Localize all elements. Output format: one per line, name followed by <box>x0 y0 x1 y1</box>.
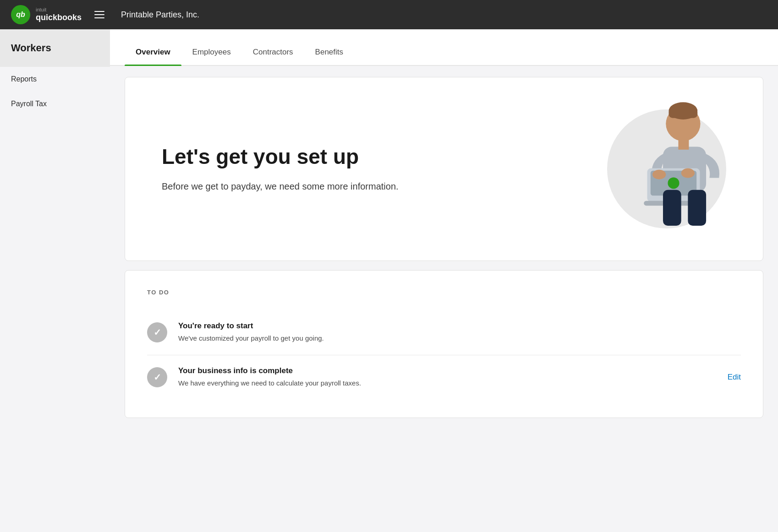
checkmark-icon: ✓ <box>153 327 161 338</box>
sidebar: Workers Reports Payroll Tax <box>0 29 110 532</box>
hamburger-menu-button[interactable] <box>93 9 106 20</box>
svg-point-9 <box>652 170 666 179</box>
svg-point-10 <box>681 168 695 178</box>
person-illustration <box>621 99 726 233</box>
check-circle-business: ✓ <box>147 367 167 387</box>
tab-contractors[interactable]: Contractors <box>242 48 304 65</box>
company-name: Printable Parties, Inc. <box>121 10 199 20</box>
hero-card: Let's get you set up Before we get to pa… <box>125 77 763 261</box>
intuit-label: intuit <box>36 7 82 13</box>
sidebar-heading-workers: Workers <box>0 29 110 67</box>
svg-rect-11 <box>663 190 681 226</box>
sidebar-item-payroll-tax[interactable]: Payroll Tax <box>0 92 110 116</box>
todo-item-ready-to-start: ✓ You're ready to start We've customized… <box>147 310 741 355</box>
quickbooks-logo: qb <box>11 5 30 24</box>
todo-content-ready: You're ready to start We've customized y… <box>178 321 741 344</box>
todo-section-label: TO DO <box>147 289 741 296</box>
hero-illustration <box>598 105 726 233</box>
todo-item-title-ready: You're ready to start <box>178 321 741 331</box>
todo-item-business-info: ✓ Your business info is complete We have… <box>147 355 741 400</box>
tabs-bar: Overview Employees Contractors Benefits <box>110 29 778 66</box>
hero-title: Let's get you set up <box>162 145 399 169</box>
tab-overview[interactable]: Overview <box>125 48 181 65</box>
logo-text: intuit quickbooks <box>36 7 82 23</box>
todo-card: TO DO ✓ You're ready to start We've cust… <box>125 270 763 418</box>
quickbooks-label: quickbooks <box>36 13 82 23</box>
edit-business-info-button[interactable]: Edit <box>728 373 741 382</box>
svg-rect-12 <box>688 190 706 226</box>
hero-subtitle: Before we get to payday, we need some mo… <box>162 179 399 193</box>
todo-item-desc-ready: We've customized your payroll to get you… <box>178 333 741 344</box>
check-circle-ready: ✓ <box>147 322 167 342</box>
todo-item-title-business: Your business info is complete <box>178 366 717 375</box>
top-navigation: qb intuit quickbooks Printable Parties, … <box>0 0 778 29</box>
todo-item-desc-business: We have everything we need to calculate … <box>178 378 717 389</box>
todo-content-business: Your business info is complete We have e… <box>178 366 717 389</box>
hero-text: Let's get you set up Before we get to pa… <box>162 145 399 194</box>
svg-point-7 <box>668 178 679 189</box>
tab-benefits[interactable]: Benefits <box>304 48 354 65</box>
cards-container: Let's get you set up Before we get to pa… <box>110 66 778 429</box>
content-area: Overview Employees Contractors Benefits … <box>110 29 778 532</box>
sidebar-item-reports[interactable]: Reports <box>0 67 110 92</box>
main-layout: Workers Reports Payroll Tax Overview Emp… <box>0 29 778 532</box>
logo-area: qb intuit quickbooks <box>11 5 82 24</box>
checkmark-icon-2: ✓ <box>153 372 161 383</box>
tab-employees[interactable]: Employees <box>181 48 242 65</box>
svg-rect-2 <box>669 109 698 118</box>
svg-rect-4 <box>678 139 689 150</box>
